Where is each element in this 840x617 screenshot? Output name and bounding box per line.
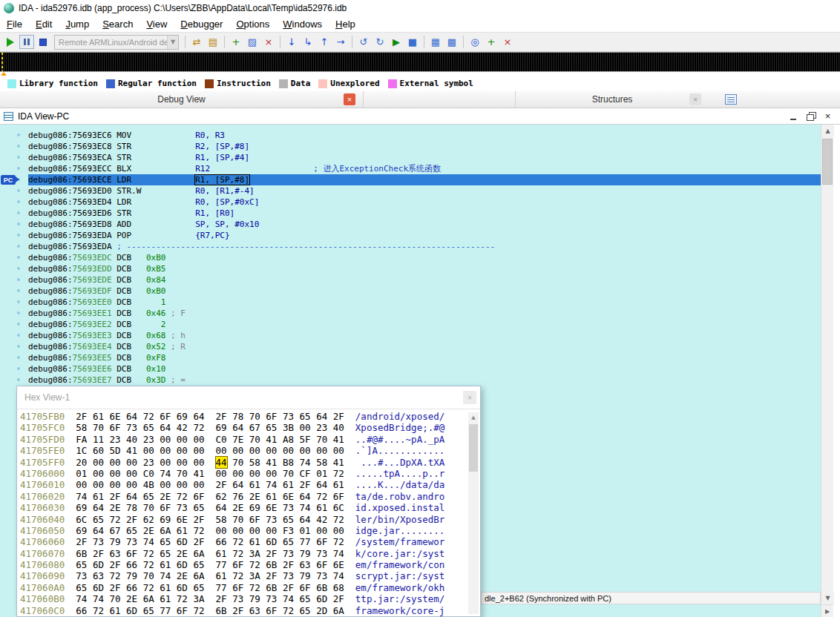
hex-byte[interactable]: 3A	[249, 548, 260, 559]
process-options-icon[interactable]: ▤	[205, 34, 221, 50]
hex-byte[interactable]: 2F	[193, 536, 204, 547]
hex-byte[interactable]: 64	[232, 422, 243, 433]
asm-line[interactable]: debug086:75693ECA STR R1, [SP,#4]	[0, 152, 821, 163]
hex-byte[interactable]: 61	[316, 502, 327, 513]
hex-row[interactable]: 41706040 6C 65 72 2F 62 69 6E 2F 58 70 6…	[20, 514, 467, 525]
hex-byte[interactable]: 73	[76, 570, 87, 581]
hex-byte[interactable]: 6F	[249, 514, 260, 525]
hex-byte[interactable]: 3A	[193, 593, 204, 604]
asm-line[interactable]: debug086:75693ED4 LDR R0, [SP,#0xC]	[0, 197, 821, 208]
run-trace-icon[interactable]: ▶	[388, 34, 404, 50]
hex-byte[interactable]: 00	[177, 434, 188, 445]
hex-byte[interactable]: 6E	[177, 514, 188, 525]
nav-back-icon[interactable]: ↺	[355, 34, 372, 50]
hex-byte[interactable]: 65	[76, 559, 87, 570]
hex-byte[interactable]: 65	[300, 411, 311, 422]
hex-byte[interactable]: 65	[143, 491, 154, 502]
hex-dump[interactable]: 41705FB0 2F 61 6E 64 72 6F 69 64 2F 78 7…	[20, 411, 467, 616]
hex-byte[interactable]: 6D	[316, 593, 327, 604]
hex-byte[interactable]: 72	[109, 514, 120, 525]
close-icon[interactable]: ×	[344, 93, 355, 105]
hex-byte[interactable]: 64	[126, 411, 137, 422]
hex-byte[interactable]: 00	[160, 445, 171, 456]
hex-row[interactable]: 41706020 74 61 2F 64 65 2E 72 6F 62 76 2…	[20, 491, 467, 502]
hex-byte[interactable]: 2F	[109, 559, 120, 570]
hex-byte[interactable]: 00	[160, 434, 171, 445]
asm-line-current[interactable]: debug086:75693ECE LDR R1, [SP,#8]	[0, 174, 821, 185]
hex-byte[interactable]: 61	[249, 479, 260, 490]
scroll-down-icon[interactable]: ▼	[821, 592, 834, 604]
hex-byte[interactable]: 20	[76, 457, 87, 468]
hex-byte[interactable]: 72	[193, 525, 204, 536]
hex-byte[interactable]: 64	[300, 514, 311, 525]
tab-structures[interactable]: Structures ×	[516, 91, 709, 108]
hex-byte[interactable]: 6F	[316, 559, 327, 570]
hex-byte[interactable]: 23	[316, 422, 327, 433]
hex-byte[interactable]: 6F	[266, 605, 277, 616]
hex-byte[interactable]: 6B	[316, 582, 327, 593]
hex-byte[interactable]: 70	[316, 434, 327, 445]
hex-byte[interactable]: B8	[283, 457, 294, 468]
edit-breakpoint-icon[interactable]: ▨	[244, 34, 260, 50]
hex-byte[interactable]: 73	[283, 502, 294, 513]
hex-byte[interactable]: 2E	[177, 548, 188, 559]
hex-byte[interactable]: 58	[216, 514, 227, 525]
hex-byte[interactable]: 00	[76, 479, 87, 490]
hex-byte[interactable]: 00	[193, 445, 204, 456]
hex-byte[interactable]: 78	[232, 411, 243, 422]
hex-byte[interactable]: 2F	[93, 548, 104, 559]
hex-byte[interactable]: 2F	[216, 411, 227, 422]
asm-line[interactable]: debug086:75693EC6 MOV R0, R3	[0, 130, 821, 141]
hex-byte[interactable]: 70	[232, 457, 243, 468]
hex-byte[interactable]: 70	[109, 593, 120, 604]
attach-process-icon[interactable]: ⇄	[188, 34, 205, 50]
hex-byte[interactable]: 00	[316, 445, 327, 456]
menu-item-jump[interactable]: Jump	[59, 17, 96, 32]
hex-scrollbar[interactable]: ▲	[468, 412, 479, 614]
hex-byte[interactable]: 2F	[266, 570, 277, 581]
hex-byte[interactable]: 72	[249, 582, 260, 593]
hex-view-window[interactable]: Hex View-1 × 41705FB0 2F 61 6E 64 72 6F …	[16, 386, 481, 617]
close-icon[interactable]: ×	[689, 93, 701, 105]
hex-byte[interactable]: 6F	[300, 582, 311, 593]
hex-byte[interactable]: 74	[266, 479, 277, 490]
scroll-right-icon[interactable]: ▶	[821, 604, 833, 617]
hex-byte[interactable]: 2F	[283, 559, 294, 570]
hex-byte[interactable]: 01	[76, 468, 87, 479]
hex-byte[interactable]: 69	[76, 525, 87, 536]
hex-byte[interactable]: 67	[109, 525, 120, 536]
navigation-band[interactable]	[0, 52, 840, 72]
hex-byte[interactable]: 61	[177, 525, 188, 536]
hex-byte[interactable]: 00	[333, 525, 344, 536]
window-list-icon[interactable]	[725, 94, 737, 105]
tab-debug-view[interactable]: Debug View ×	[0, 91, 364, 108]
hex-byte[interactable]: 6D	[177, 536, 188, 547]
hex-byte[interactable]: 73	[266, 514, 277, 525]
hex-byte[interactable]: 00	[232, 468, 243, 479]
hex-byte[interactable]: 00	[216, 525, 227, 536]
hex-byte[interactable]: 2F	[283, 582, 294, 593]
hex-byte[interactable]: 65	[143, 422, 154, 433]
hex-byte[interactable]: 00	[160, 479, 171, 490]
hex-byte[interactable]: 79	[300, 548, 311, 559]
hex-byte[interactable]: 2D	[316, 605, 327, 616]
hex-byte[interactable]: 2F	[300, 479, 311, 490]
hex-byte[interactable]: 2F	[232, 605, 243, 616]
hex-byte[interactable]: 70	[143, 502, 154, 513]
hex-byte[interactable]: 00	[126, 457, 137, 468]
delete-bookmark-icon[interactable]: ×	[499, 34, 516, 50]
hex-byte[interactable]: 00	[249, 445, 260, 456]
menu-item-windows[interactable]: Windows	[276, 17, 329, 32]
hex-byte[interactable]: 6D	[93, 582, 104, 593]
hex-byte[interactable]: 6D	[126, 605, 137, 616]
hex-byte[interactable]: 69	[160, 514, 171, 525]
hex-byte[interactable]: 2E	[249, 491, 260, 502]
hex-byte[interactable]: 77	[216, 559, 227, 570]
hex-byte[interactable]: 73	[316, 548, 327, 559]
hex-byte[interactable]: 69	[216, 422, 227, 433]
hex-row[interactable]: 41706050 69 64 67 65 2E 6A 61 72 00 00 0…	[20, 525, 467, 536]
hex-byte[interactable]: 2F	[193, 514, 204, 525]
asm-line[interactable]: debug086:75693EE6 DCB 0x10	[0, 363, 821, 375]
hex-row[interactable]: 41706010 00 00 00 00 4B 00 00 00 2F 64 6…	[20, 479, 467, 490]
hex-byte[interactable]: 2F	[333, 593, 344, 604]
